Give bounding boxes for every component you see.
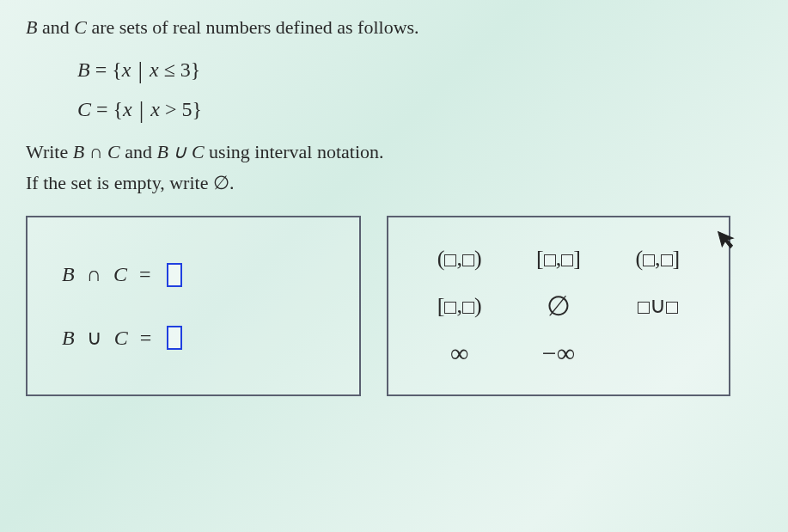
b-intersect-c: B ∩ C [73,141,120,162]
empty-set-button[interactable]: ∅ [540,286,577,326]
b-union-c: B ∪ C [156,141,204,162]
open-open-interval-button[interactable]: (,) [431,242,489,275]
symbol-palette: (,) [,] (,] [,) ∅ ∪ ∞ −∞ [387,216,730,396]
instructions: Write B ∩ C and B ∪ C using interval not… [26,141,762,194]
closed-closed-interval-button[interactable]: [,] [529,242,588,275]
union-template-button[interactable]: ∪ [631,289,685,322]
neg-infinity-button[interactable]: −∞ [535,335,582,371]
intersection-input[interactable] [167,263,182,287]
open-closed-interval-button[interactable]: (,] [628,242,687,275]
var-b: B [26,16,37,38]
set-definitions: B = {x | x ≤ 3} C = {x | x > 5} [77,57,762,124]
set-b-definition: B = {x | x ≤ 3} [77,57,762,84]
union-input[interactable] [167,326,182,350]
closed-open-interval-button[interactable]: [,) [431,290,489,322]
set-c-definition: C = {x | x > 5} [77,96,762,124]
var-c: C [74,16,87,38]
intersection-answer-row: B ∩ C = [62,263,325,287]
answer-panel: B ∩ C = B ∪ C = [26,216,361,396]
infinity-button[interactable]: ∞ [443,335,475,371]
union-answer-row: B ∪ C = [62,326,325,350]
empty-set-icon: ∅ [213,172,229,193]
work-area: B ∩ C = B ∪ C = (,) [,] (,] [,) ∅ ∪ ∞ −∞ [26,216,762,396]
problem-intro: B and C are sets of real numbers defined… [26,13,762,41]
